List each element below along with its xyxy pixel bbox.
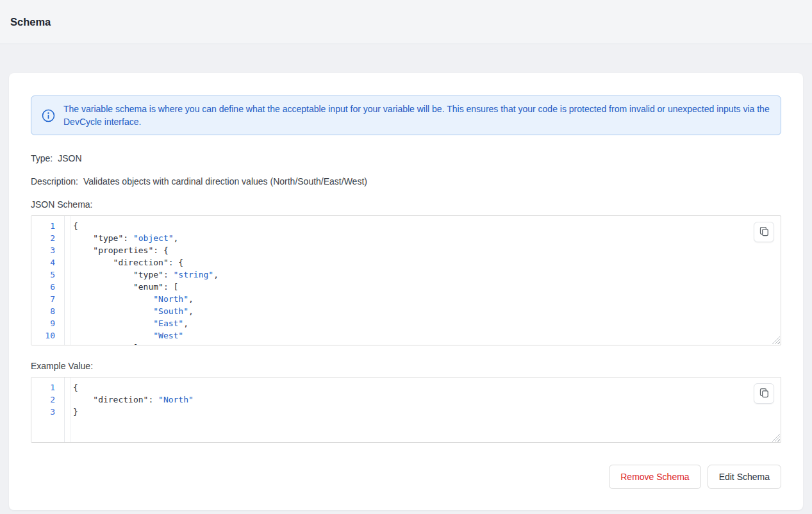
type-value: JSON	[58, 153, 81, 163]
example-value-label: Example Value:	[31, 361, 781, 371]
example-value-editor[interactable]: 123 { "direction": "North"}	[31, 377, 781, 443]
editor-gutter: 123	[31, 377, 65, 442]
editor-code[interactable]: { "type": "object", "properties": { "dir…	[65, 216, 781, 345]
info-alert: The variable schema is where you can def…	[31, 95, 781, 135]
page-title: Schema	[10, 16, 51, 28]
description-row: Description:Validates objects with cardi…	[31, 176, 781, 187]
remove-schema-button[interactable]: Remove Schema	[609, 465, 700, 489]
editor-code[interactable]: { "direction": "North"}	[65, 377, 781, 442]
copy-button[interactable]	[754, 383, 774, 404]
actions-bar: Remove Schema Edit Schema	[31, 465, 781, 489]
copy-button[interactable]	[754, 222, 774, 242]
description-value: Validates objects with cardinal directio…	[83, 176, 367, 187]
description-label: Description:	[31, 176, 78, 187]
schema-card: The variable schema is where you can def…	[9, 73, 803, 510]
indent-guide	[70, 216, 70, 345]
json-schema-label: JSON Schema:	[31, 199, 781, 210]
type-label: Type:	[31, 153, 53, 163]
indent-guide	[70, 377, 70, 442]
page-header: Schema	[0, 0, 812, 44]
info-alert-text: The variable schema is where you can def…	[63, 103, 770, 128]
json-schema-editor[interactable]: 1234567891011 { "type": "object", "prope…	[31, 215, 781, 345]
info-circle-icon	[42, 109, 55, 122]
copy-icon	[759, 226, 769, 238]
edit-schema-button[interactable]: Edit Schema	[708, 465, 781, 489]
type-row: Type:JSON	[31, 153, 781, 163]
editor-gutter: 1234567891011	[31, 216, 65, 345]
copy-icon	[759, 388, 769, 400]
